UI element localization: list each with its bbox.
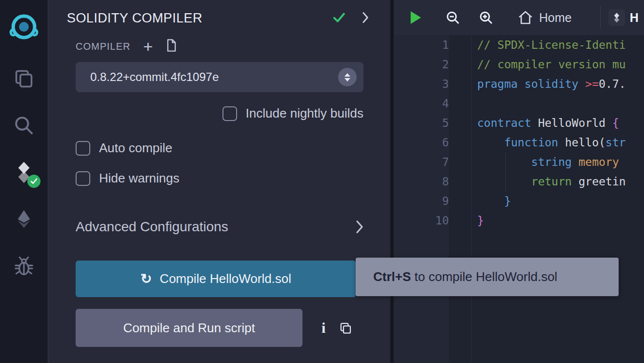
run-script-play-icon[interactable] (408, 10, 423, 25)
line-number[interactable]: 7 (394, 152, 449, 172)
line-number[interactable]: 10 (394, 211, 449, 230)
deploy-run-ethereum-icon[interactable] (11, 206, 37, 232)
compiled-check-icon (333, 12, 345, 25)
code-line[interactable]: string memory (477, 152, 626, 172)
code-line[interactable]: } (477, 211, 626, 230)
tooltip-shortcut: Ctrl+S (373, 269, 411, 284)
panel-title: SOLIDITY COMPILER (67, 11, 333, 26)
advanced-configurations-toggle[interactable]: Advanced Configurations (76, 219, 363, 235)
add-custom-compiler-icon[interactable]: + (143, 40, 153, 53)
compile-success-badge-icon (27, 175, 40, 188)
advanced-configurations-chevron-icon (356, 220, 363, 234)
tab-divider (600, 6, 601, 29)
remix-logo-icon[interactable] (8, 12, 40, 44)
tab-file-label: H (630, 11, 639, 25)
indent-guide (505, 152, 506, 191)
compile-button-label: Compile HelloWorld.sol (160, 271, 291, 286)
line-number[interactable]: 3 (394, 74, 449, 94)
hide-warnings-label: Hide warnings (99, 171, 180, 186)
collapse-panel-chevron-icon[interactable] (362, 12, 369, 25)
compile-shortcut-tooltip: Ctrl+S to compile HelloWorld.sol (356, 258, 619, 296)
code-line[interactable]: // compiler version mu (477, 55, 626, 74)
hide-warnings-row: Hide warnings (76, 171, 390, 186)
auto-compile-checkbox[interactable] (76, 141, 90, 156)
compiler-version-select[interactable]: 0.8.22+commit.4fc1097e (76, 62, 363, 92)
tooltip-text: to compile HelloWorld.sol (411, 269, 557, 284)
tab-home-label: Home (539, 11, 572, 25)
file-explorer-icon[interactable] (11, 66, 37, 91)
compiler-version-value: 0.8.22+commit.4fc1097e (90, 70, 338, 84)
compile-button[interactable]: ↻ Compile HelloWorld.sol (76, 261, 356, 297)
refresh-icon: ↻ (141, 271, 152, 287)
panel-header: SOLIDITY COMPILER (67, 11, 369, 26)
hide-warnings-checkbox[interactable] (76, 171, 90, 186)
search-icon[interactable] (11, 113, 37, 138)
version-select-spinner-icon[interactable] (338, 68, 357, 86)
compiler-section-label: COMPILER (76, 41, 130, 52)
home-icon (518, 10, 533, 25)
tab-helloworld-sol[interactable]: H (608, 9, 639, 26)
gutter-separator (471, 35, 472, 363)
tab-home[interactable]: Home (518, 10, 572, 25)
code-line[interactable]: contract HelloWorld { (477, 113, 626, 133)
editor-toolbar: Home H (394, 0, 644, 35)
zoom-in-icon[interactable] (478, 10, 494, 25)
line-number[interactable]: 5 (394, 113, 449, 133)
include-nightly-builds-checkbox[interactable] (222, 106, 237, 121)
solidity-file-icon (608, 9, 625, 26)
gutter[interactable]: 12345678910 (394, 35, 449, 363)
line-number[interactable]: 4 (394, 94, 449, 113)
remix-ide-window: SOLIDITY COMPILER COMPILER + 0. (0, 0, 644, 363)
info-icon[interactable]: i (322, 320, 325, 336)
line-number[interactable]: 6 (394, 133, 449, 152)
compile-run-row: Compile and Run script i (76, 309, 390, 347)
panel-resize-handle[interactable] (390, 0, 394, 363)
line-number[interactable]: 8 (394, 172, 449, 191)
code-line[interactable]: return greetin (477, 172, 626, 191)
nightly-builds-row: Include nightly builds (76, 106, 363, 121)
auto-compile-row: Auto compile (76, 141, 390, 156)
line-number[interactable]: 9 (394, 191, 449, 211)
line-number[interactable]: 2 (394, 55, 449, 74)
include-nightly-builds-label: Include nightly builds (246, 106, 363, 121)
solidity-compiler-panel: SOLIDITY COMPILER COMPILER + 0. (48, 0, 390, 363)
code-line[interactable]: pragma solidity >=0.7. (477, 74, 626, 94)
icon-sidebar (0, 0, 48, 363)
line-number[interactable]: 1 (394, 35, 449, 55)
compiler-section-row: COMPILER + (76, 39, 390, 54)
code-line[interactable] (477, 94, 626, 113)
auto-compile-label: Auto compile (99, 141, 172, 156)
zoom-out-icon[interactable] (445, 10, 461, 25)
open-file-compiler-icon[interactable] (165, 39, 177, 54)
code-line[interactable]: // SPDX-License-Identi (477, 35, 626, 55)
code-line[interactable]: function hello(str (477, 133, 626, 152)
code-lines[interactable]: // SPDX-License-Identi// compiler versio… (477, 35, 626, 363)
copy-icon[interactable] (339, 322, 352, 335)
debugger-bug-icon[interactable] (11, 253, 37, 279)
code-editor[interactable]: 12345678910 // SPDX-License-Identi// com… (394, 35, 644, 363)
compile-and-run-script-button[interactable]: Compile and Run script (76, 309, 302, 347)
editor-pane: Home H 12345678910 // SPDX-License-Ident… (394, 0, 644, 363)
code-line[interactable]: } (477, 191, 626, 211)
advanced-configurations-label: Advanced Configurations (76, 219, 228, 235)
solidity-compiler-icon[interactable] (11, 160, 37, 185)
